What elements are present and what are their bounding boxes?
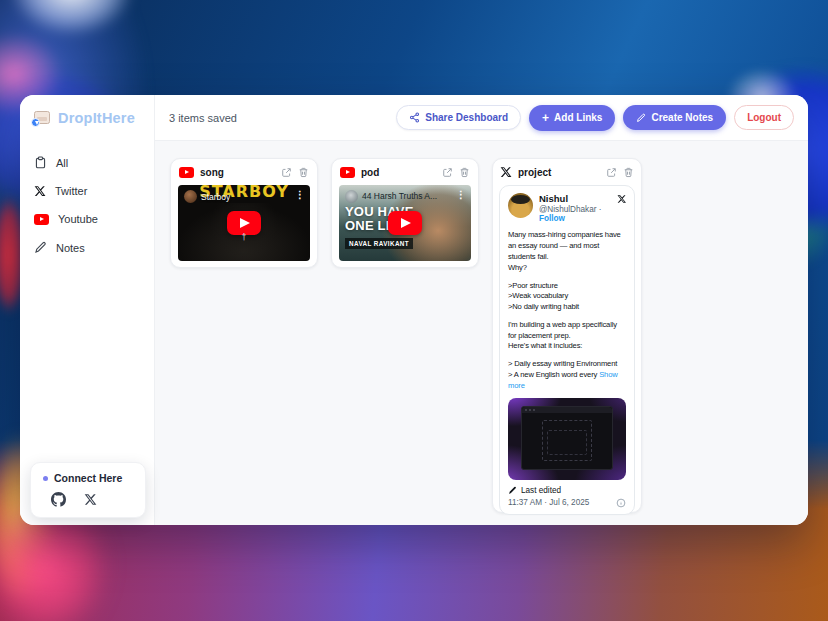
timestamp-row: 11:37 AM · Jul 6, 2025	[508, 498, 626, 508]
card-title: pod	[361, 167, 379, 178]
sidebar-item-label: Youtube	[58, 213, 98, 225]
separator-dot: ·	[599, 205, 602, 214]
youtube-icon	[34, 214, 49, 225]
plus-icon: +	[542, 112, 549, 124]
x-logo-icon	[34, 185, 46, 197]
github-icon[interactable]	[51, 492, 66, 507]
screenshot-inner-outline	[547, 430, 587, 455]
x-logo-icon[interactable]	[617, 193, 626, 205]
delete-icon[interactable]	[298, 167, 309, 178]
tweet-author-avatar[interactable]	[508, 193, 533, 218]
connect-here-card: Connect Here	[30, 462, 146, 518]
connect-here-label: Connect Here	[54, 472, 122, 484]
card-header: song	[179, 167, 309, 178]
youtube-icon	[340, 167, 355, 178]
youtube-play-button[interactable]	[388, 211, 422, 235]
open-link-icon[interactable]	[606, 167, 617, 178]
app-title: DropItHere	[58, 110, 135, 126]
tweet-paragraph: >Poor structure >Weak vocabulary >No dai…	[508, 281, 626, 313]
card-title: project	[518, 167, 551, 178]
header-actions: Share Deshboard + Add Links Create Notes…	[396, 105, 794, 131]
brand-logo-row: DropItHere	[20, 95, 154, 136]
video-title: Starboy	[201, 192, 230, 202]
last-edited-label: Last edited	[521, 486, 561, 495]
sidebar-item-youtube[interactable]: Youtube	[20, 207, 154, 231]
tweet-author-handle: @NishulDhakar · Follow	[539, 205, 611, 223]
delete-icon[interactable]	[623, 167, 634, 178]
dropithere-logo-icon	[32, 109, 51, 126]
card-tools	[442, 167, 470, 178]
sidebar-item-notes[interactable]: Notes	[20, 235, 154, 260]
embedded-tweet: Nishul @NishulDhakar · Follow Many mass-…	[499, 185, 635, 515]
sidebar: DropItHere All Twitter Youtube	[20, 95, 155, 525]
tweet-header: Nishul @NishulDhakar · Follow	[508, 193, 626, 223]
info-icon[interactable]	[616, 498, 626, 508]
tweet-media-screenshot[interactable]	[508, 398, 626, 480]
share-dashboard-button[interactable]: Share Deshboard	[396, 105, 521, 130]
sidebar-item-label: Notes	[56, 242, 85, 254]
card-tools	[606, 167, 634, 178]
open-link-icon[interactable]	[281, 167, 292, 178]
create-notes-label: Create Notes	[651, 112, 713, 123]
sidebar-item-label: Twitter	[55, 185, 87, 197]
thumbnail-art-text: STARBOY	[178, 185, 310, 201]
pencil-icon	[34, 241, 47, 254]
kebab-menu-icon[interactable]: ⋮	[456, 189, 466, 200]
card-tools	[281, 167, 309, 178]
saved-card-pod: pod 44 Harsh Truths A... YOU HAVE ONE LI…	[331, 158, 479, 268]
last-edited-row: Last edited	[508, 486, 626, 495]
add-links-label: Add Links	[554, 112, 602, 123]
connect-social-icons	[43, 492, 135, 507]
youtube-icon	[179, 167, 194, 178]
speaker-name-badge: NAVAL RAVIKANT	[345, 238, 413, 249]
card-header: project	[500, 166, 634, 178]
tweet-paragraph: > Daily essay writing Environment > A ne…	[508, 359, 626, 391]
logout-label: Logout	[747, 112, 781, 123]
channel-avatar	[345, 190, 358, 203]
sidebar-item-all[interactable]: All	[20, 150, 154, 175]
saved-card-project: project Nishul @NishulDhaka	[492, 158, 642, 513]
screenshot-browser-bar	[522, 407, 612, 413]
screenshot-browser-window	[521, 406, 613, 470]
pencil-icon	[636, 113, 646, 123]
bullet-dot-icon	[43, 476, 48, 481]
sidebar-item-twitter[interactable]: Twitter	[20, 179, 154, 203]
kebab-menu-icon[interactable]: ⋮	[295, 189, 305, 200]
clipboard-icon	[34, 156, 47, 169]
open-link-icon[interactable]	[442, 167, 453, 178]
youtube-embed-naval[interactable]: 44 Harsh Truths A... YOU HAVE ONE LIF NA…	[339, 185, 471, 261]
add-links-button[interactable]: + Add Links	[529, 105, 615, 131]
card-header: pod	[340, 167, 470, 178]
items-saved-status: 3 items saved	[169, 112, 237, 124]
top-header: 3 items saved Share Deshboard + Add Link…	[155, 95, 808, 141]
tweet-paragraph: Many mass-hiring companies have an essay…	[508, 230, 626, 273]
pencil-icon	[508, 486, 517, 495]
tweet-author-block: Nishul @NishulDhakar · Follow	[539, 193, 611, 223]
connect-title-row: Connect Here	[43, 472, 135, 484]
video-title: 44 Harsh Truths A...	[362, 191, 437, 201]
sidebar-item-label: All	[56, 157, 68, 169]
logout-button[interactable]: Logout	[734, 105, 794, 130]
saved-card-song: song STARBOY Starboy ⋮ †	[170, 158, 318, 268]
share-icon	[409, 112, 420, 123]
youtube-embed-starboy[interactable]: STARBOY Starboy ⋮ †	[178, 185, 310, 261]
handle-text[interactable]: @NishulDhakar	[539, 205, 596, 214]
cross-pendant: †	[241, 232, 246, 242]
tweet-timestamp[interactable]: 11:37 AM · Jul 6, 2025	[508, 498, 589, 507]
follow-link[interactable]: Follow	[539, 214, 565, 223]
x-logo-icon[interactable]	[84, 493, 97, 506]
sidebar-nav: All Twitter Youtube Notes	[20, 150, 154, 260]
main-content: song STARBOY Starboy ⋮ †	[155, 141, 808, 525]
x-logo-icon	[500, 166, 512, 178]
share-dashboard-label: Share Deshboard	[425, 112, 508, 123]
app-window: DropItHere All Twitter Youtube	[20, 95, 808, 525]
tweet-paragraph: I'm building a web app specifically for …	[508, 320, 626, 352]
card-title: song	[200, 167, 224, 178]
create-notes-button[interactable]: Create Notes	[623, 105, 726, 130]
tweet-author-name[interactable]: Nishul	[539, 193, 611, 204]
delete-icon[interactable]	[459, 167, 470, 178]
tweet-body: Many mass-hiring companies have an essay…	[508, 230, 626, 391]
channel-avatar	[184, 190, 197, 203]
